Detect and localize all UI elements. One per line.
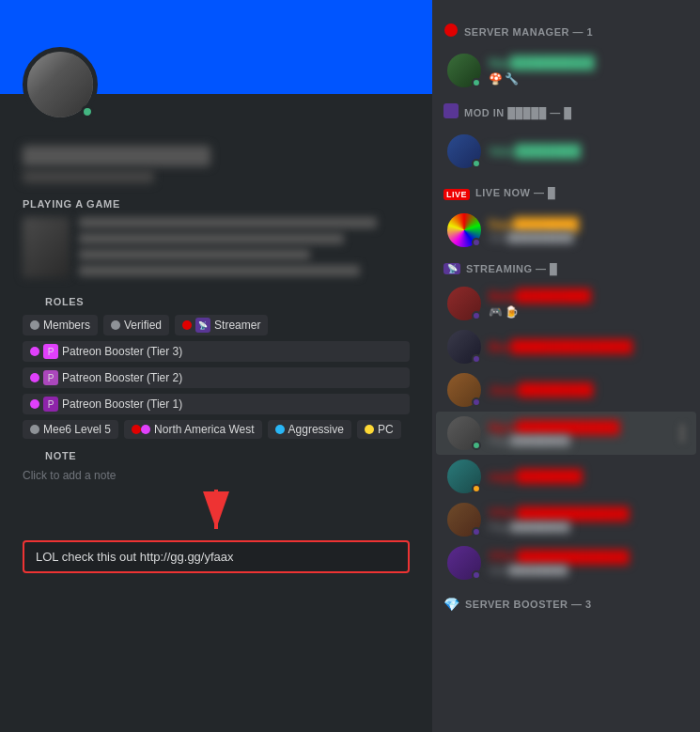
role-dot	[30, 320, 39, 330]
member-row[interactable]: Nar█████████🍄🔧	[436, 49, 696, 92]
role-dot	[182, 320, 192, 330]
badge-icon: 🍄	[489, 72, 503, 86]
role-streamer-label: Streamer	[214, 319, 260, 332]
member-status-dot	[472, 238, 481, 247]
role-north-america-west: North America West	[124, 420, 261, 439]
right-panel: SERVER MANAGER — 1Nar█████████🍄🔧MOD IN █…	[432, 0, 700, 732]
patreon-tier3-icon: P	[43, 344, 58, 359]
role-patreon-tier2: P Patreon Booster (Tier 2)	[23, 367, 410, 388]
online-status-indicator	[81, 105, 94, 118]
member-avatar	[447, 373, 481, 407]
member-name: fran███████	[489, 217, 685, 232]
role-naw-label: North America West	[154, 423, 254, 436]
patreon-tier2-icon: P	[43, 370, 58, 385]
group-label-server-booster: SERVER BOOSTER — 3	[465, 599, 592, 610]
member-info: Voic███████	[489, 144, 685, 159]
member-row[interactable]: Nyct███████████Playi████████	[436, 412, 696, 455]
svg-point-2	[444, 23, 458, 37]
member-avatar	[447, 503, 481, 537]
member-info: Nar█████████🍄🔧	[489, 55, 685, 86]
role-members-label: Members	[43, 319, 90, 332]
group-header-mod-in: MOD IN █████ — █	[432, 100, 700, 126]
member-row[interactable]: supr███████	[436, 455, 696, 498]
down-arrow-icon	[188, 490, 244, 537]
game-thumbnail	[23, 217, 70, 278]
role-mee6: Mee6 Level 5	[23, 420, 118, 439]
role-verified-label: Verified	[124, 319, 162, 332]
member-row[interactable]: TTV ████████████Playi████████	[436, 498, 696, 541]
member-row[interactable]: Bur█████████████	[436, 325, 696, 368]
member-name: supr███████	[489, 469, 685, 484]
member-name: Nyct███████████	[489, 420, 672, 435]
member-row[interactable]: Bala████████🎮🍺	[436, 282, 696, 325]
svg-rect-3	[443, 103, 459, 118]
member-info: Juss████████	[489, 382, 685, 397]
game-detail-3	[79, 265, 360, 276]
role-aggressive-label: Aggressive	[288, 423, 344, 436]
role-dot	[365, 425, 374, 434]
avatar-wrapper	[23, 47, 98, 122]
role-dot	[111, 320, 120, 330]
group-header-server-manager: SERVER MANAGER — 1	[432, 19, 700, 45]
member-avatar	[447, 546, 481, 580]
role-dot	[30, 347, 39, 356]
role-dot	[30, 399, 39, 409]
member-info: fran███████Stre█████████	[489, 217, 685, 243]
member-status-dot	[472, 570, 481, 580]
member-avatar	[447, 287, 481, 320]
member-badges: 🎮🍺	[489, 305, 685, 319]
roles-grid: Members Verified 📡 Streamer P Patreon Bo…	[23, 315, 410, 439]
role-dot-2	[141, 425, 150, 434]
member-info: Bur█████████████	[489, 339, 685, 354]
group-icon-live-now: LIVE	[443, 184, 470, 201]
username-discriminator	[23, 170, 154, 183]
member-info: supr███████	[489, 469, 685, 484]
group-label-streaming: STREAMING — █	[466, 263, 557, 274]
member-info: TTV ████████████Verif████████	[489, 550, 685, 576]
member-name: TTV ████████████	[489, 506, 685, 522]
note-input[interactable]: LOL check this out http://gg.gg/yfaax	[23, 540, 410, 573]
member-row[interactable]: Voic███████	[436, 130, 696, 173]
badge-icon: 🔧	[505, 72, 519, 86]
member-info: TTV ████████████Playi████████	[489, 506, 685, 533]
note-placeholder[interactable]: Click to add a note	[23, 469, 410, 482]
playing-game-section	[0, 217, 432, 281]
member-name: Nar█████████	[489, 55, 685, 70]
live-badge: LIVE	[443, 189, 470, 200]
roles-label: ROLES	[23, 296, 410, 307]
group-icon-server-booster: 💎	[443, 596, 459, 613]
group-icon-server-manager	[443, 23, 459, 41]
member-row[interactable]: Juss████████	[436, 368, 696, 412]
streaming-icon: 📡	[443, 263, 460, 274]
member-status-dot	[472, 397, 481, 407]
member-row[interactable]: fran███████Stre█████████	[436, 209, 696, 252]
arrow-indicator	[23, 490, 410, 537]
member-status-dot	[472, 354, 481, 364]
role-patreon-tier3: P Patreon Booster (Tier 3)	[23, 341, 410, 362]
member-status-dot	[472, 159, 481, 168]
role-members: Members	[23, 315, 98, 335]
role-mee6-label: Mee6 Level 5	[43, 423, 111, 436]
roles-section: ROLES Members Verified 📡 Streamer P Patr…	[0, 296, 432, 439]
member-status-dot	[472, 484, 481, 493]
member-status-dot	[472, 311, 481, 320]
patreon-tier1-icon: P	[43, 397, 58, 412]
member-info: Nyct███████████Playi████████	[489, 420, 672, 446]
member-sub: Playi████████	[489, 435, 672, 446]
role-streamer: 📡 Streamer	[175, 315, 268, 335]
active-indicator	[679, 424, 685, 443]
username	[23, 146, 210, 166]
member-sub: Verif████████	[489, 565, 685, 576]
group-icon-streaming: 📡	[443, 263, 460, 274]
badge-icon: 🍺	[505, 305, 519, 319]
member-avatar	[447, 54, 481, 87]
role-verified: Verified	[103, 315, 169, 335]
role-patreon-tier1: P Patreon Booster (Tier 1)	[23, 394, 410, 414]
game-info	[79, 217, 410, 281]
role-pc: PC	[357, 420, 401, 439]
game-detail-1	[79, 233, 344, 244]
member-row[interactable]: TTV ████████████Verif████████	[436, 541, 696, 584]
group-header-live-now: LIVELIVE NOW — █	[432, 180, 700, 205]
streamer-role-icon: 📡	[195, 318, 210, 333]
member-sub: Playi████████	[489, 522, 685, 533]
